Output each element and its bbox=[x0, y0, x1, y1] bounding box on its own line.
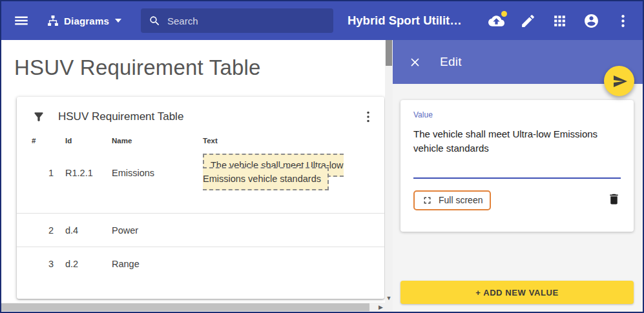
cell-id: R1.2.1 bbox=[65, 159, 112, 178]
cloud-upload-button[interactable] bbox=[488, 13, 504, 29]
fullscreen-icon bbox=[422, 195, 433, 206]
vertical-scrollbar[interactable]: ▼ bbox=[385, 40, 393, 303]
requirement-table-card: HSUV Requirement Table # Id Name Text 1 … bbox=[17, 97, 384, 299]
delete-button[interactable] bbox=[607, 192, 621, 208]
fullscreen-label: Full screen bbox=[439, 195, 483, 205]
fullscreen-button[interactable]: Full screen bbox=[413, 190, 491, 210]
chevron-down-icon bbox=[115, 19, 121, 23]
edit-panel: Edit Value The vehicle shall meet Ultra-… bbox=[393, 40, 643, 312]
topbar-actions bbox=[488, 13, 631, 29]
document-title: Hybrid Sport Utilit… bbox=[348, 14, 462, 28]
cell-num: 3 bbox=[32, 259, 65, 269]
close-button[interactable] bbox=[408, 56, 422, 69]
diagram-icon bbox=[47, 14, 59, 27]
pencil-icon bbox=[520, 13, 536, 29]
apps-grid-button[interactable] bbox=[552, 13, 568, 29]
value-field-underline bbox=[413, 177, 621, 179]
more-options-button[interactable] bbox=[615, 13, 631, 29]
cell-id: d.4 bbox=[65, 225, 112, 236]
table-title: HSUV Requirement Table bbox=[58, 110, 183, 123]
table-row[interactable]: 3 d.2 Range bbox=[17, 247, 384, 280]
scroll-down-arrow-icon[interactable]: ▼ bbox=[385, 295, 393, 301]
table-menu-button[interactable] bbox=[361, 110, 375, 124]
search-box[interactable] bbox=[141, 8, 333, 33]
value-field-label: Value bbox=[413, 110, 621, 119]
kebab-icon bbox=[615, 13, 631, 29]
selected-text-cell[interactable]: The vehicle shall meet Ultra-low Emissio… bbox=[203, 154, 344, 190]
horizontal-scrollbar-thumb[interactable] bbox=[1, 303, 369, 311]
table-row[interactable]: 2 d.4 Power bbox=[17, 213, 384, 247]
cell-id: d.2 bbox=[65, 259, 112, 269]
account-button[interactable] bbox=[583, 13, 599, 29]
scrollbar-corner bbox=[385, 303, 393, 312]
requirements-table: # Id Name Text 1 R1.2.1 Emissions The ve… bbox=[17, 137, 384, 280]
page-title: HSUV Requirement Table bbox=[14, 56, 261, 80]
value-actions-row: Full screen bbox=[413, 190, 621, 210]
search-icon bbox=[149, 15, 161, 27]
column-header-name: Name bbox=[112, 137, 203, 145]
submit-fab-button[interactable] bbox=[604, 66, 634, 96]
diagrams-menu[interactable]: Diagrams bbox=[47, 14, 121, 27]
cell-name: Range bbox=[112, 259, 203, 269]
cell-num: 2 bbox=[32, 225, 65, 236]
value-card: Value The vehicle shall meet Ultra-low E… bbox=[400, 100, 634, 232]
menu-icon[interactable] bbox=[13, 12, 30, 29]
requirement-table-header: HSUV Requirement Table bbox=[17, 97, 384, 137]
main-content: HSUV Requirement Table HSUV Requirement … bbox=[1, 40, 393, 312]
cell-num: 1 bbox=[32, 159, 65, 178]
diagrams-label: Diagrams bbox=[64, 15, 109, 26]
add-new-value-button[interactable]: + ADD NEW VALUE bbox=[400, 281, 634, 304]
account-circle-icon bbox=[583, 13, 599, 29]
horizontal-scrollbar[interactable]: ▶ bbox=[1, 303, 385, 312]
table-header-row: # Id Name Text bbox=[17, 137, 384, 151]
column-header-id: Id bbox=[65, 137, 112, 145]
edit-pencil-button[interactable] bbox=[520, 13, 536, 29]
apps-grid-icon bbox=[552, 13, 568, 29]
app-window: Diagrams Hybrid Sport Utilit… bbox=[0, 0, 644, 313]
send-arrow-icon bbox=[612, 74, 628, 89]
value-field-text[interactable]: The vehicle shall meet Ultra-low Emissio… bbox=[413, 127, 621, 156]
cell-text: The vehicle shall meet Ultra-low Emissio… bbox=[203, 159, 384, 186]
kebab-icon bbox=[361, 110, 375, 124]
cell-name: Emissions bbox=[112, 159, 203, 178]
trash-icon bbox=[607, 192, 621, 206]
close-icon bbox=[408, 56, 422, 69]
cell-name: Power bbox=[112, 225, 203, 236]
filter-icon[interactable] bbox=[32, 110, 45, 123]
vertical-scrollbar-thumb[interactable] bbox=[386, 40, 392, 66]
column-header-num: # bbox=[32, 137, 65, 145]
scroll-right-arrow-icon[interactable]: ▶ bbox=[379, 303, 383, 312]
column-header-text: Text bbox=[203, 137, 384, 145]
notification-badge bbox=[501, 11, 507, 17]
search-input[interactable] bbox=[167, 15, 326, 26]
top-app-bar: Diagrams Hybrid Sport Utilit… bbox=[1, 1, 643, 40]
table-row[interactable]: 1 R1.2.1 Emissions The vehicle shall mee… bbox=[17, 151, 384, 213]
edit-panel-title: Edit bbox=[440, 55, 462, 69]
